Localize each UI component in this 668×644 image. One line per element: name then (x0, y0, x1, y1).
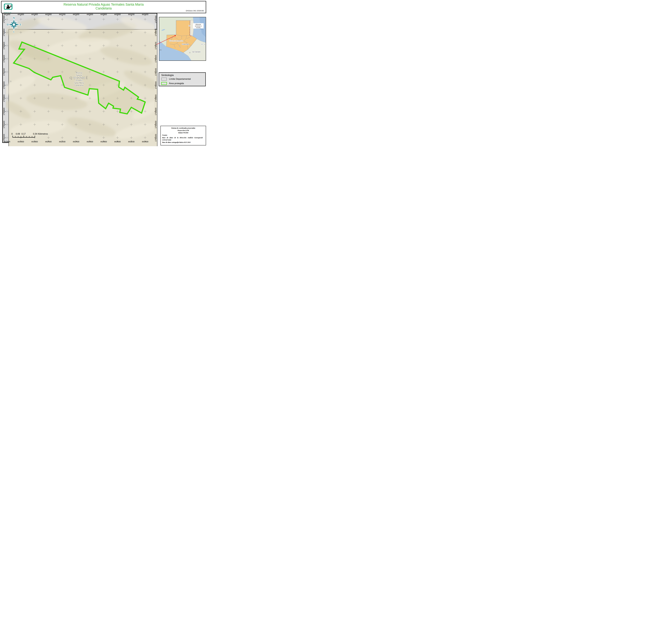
svg-text:Termales: Termales (75, 79, 82, 81)
legend-item-label: Límite Departamental (169, 78, 191, 80)
header-bar: CONAP Reserva Natural Privada Aguas Term… (1, 1, 206, 13)
x-axis-tick-top (117, 15, 118, 16)
departmental-boundary-swatch (161, 78, 167, 80)
y-axis-tick-left (5, 98, 6, 98)
san-salvador-dot (189, 52, 190, 53)
svg-text:Privada Aguas: Privada Aguas (73, 77, 85, 79)
y-axis-tick-right (155, 19, 155, 19)
x-axis-tick-top (7, 15, 7, 16)
y-axis-tick-left (5, 138, 6, 138)
map-title-line2: Candelaria (28, 6, 179, 10)
y-axis-tick-left (5, 32, 6, 33)
info-line: CONAP 2026 (162, 139, 204, 141)
y-axis-tick-left (5, 111, 6, 112)
y-axis-tick-right (155, 124, 155, 125)
y-axis-tick-right (155, 72, 155, 72)
building-symbol (10, 81, 11, 82)
svg-text:0.34: 0.34 (33, 133, 37, 135)
san-salvador-label: San Salvador (192, 51, 201, 52)
x-axis-tick-bottom (117, 141, 118, 142)
x-axis-tick-bottom (20, 141, 21, 142)
y-axis-tick-right (155, 32, 155, 33)
y-axis-tick-right (155, 138, 155, 138)
country-label: Guatemala (169, 40, 183, 42)
x-axis-tick-bottom (145, 141, 145, 142)
x-axis-tick-top (20, 15, 21, 16)
info-line: Base de datos cartografía básica IGN 201… (162, 141, 204, 143)
svg-text:0.17: 0.17 (21, 133, 26, 135)
map-title: Reserva Natural Privada Aguas Termales S… (28, 2, 179, 10)
info-line: Fuente: (162, 134, 204, 136)
y-axis-tick-right (155, 59, 155, 59)
x-axis-tick-top (131, 15, 132, 16)
belize-label-partial: B (189, 25, 190, 27)
guatemala-city-dot (179, 46, 180, 46)
svg-text:E: E (20, 23, 21, 26)
x-axis-tick-top (62, 15, 62, 16)
svg-text:N: N (13, 17, 15, 19)
margin-number: 721 (160, 49, 162, 51)
territorial-note-line: Diferendo (195, 23, 201, 25)
x-axis-tick-top (145, 15, 145, 16)
x-axis-tick-bottom (104, 141, 104, 142)
inset-map-svg: GuatemalaGuatemalaSan SalvadorH oHondB72… (159, 17, 206, 61)
legend-item-label: Área protegida (169, 82, 184, 85)
y-axis-tick-right (155, 111, 155, 112)
main-map: QUICHÉReservaNaturalPrivada AguasTermale… (6, 16, 154, 140)
monkey-icon (5, 4, 12, 9)
y-axis-tick-left (5, 124, 6, 125)
capital-label: Guatemala (182, 43, 189, 45)
svg-text:O: O (7, 23, 9, 26)
legend-box: Simbología Límite Departamental Área pro… (159, 73, 206, 86)
projection-info-box: Sistema de coordenadas proyectadas Proye… (161, 126, 206, 145)
info-line: Proyección GTM (162, 129, 204, 131)
x-axis-tick-bottom (34, 141, 35, 142)
svg-text:0.09: 0.09 (16, 133, 20, 135)
y-axis-tick-left (5, 19, 6, 19)
svg-text:s: s (13, 31, 14, 33)
map-title-line1: Reserva Natural Privada Aguas Termales S… (28, 2, 179, 6)
y-axis-tick-left (5, 85, 6, 85)
y-axis-tick-left (5, 72, 6, 72)
map-document-page: CONAP Reserva Natural Privada Aguas Term… (0, 0, 207, 146)
svg-text:0: 0 (11, 133, 13, 135)
y-axis-tick-left (5, 59, 6, 59)
territorial-note-line: resuelto (196, 27, 200, 28)
info-line: Datum WGS84 (162, 132, 204, 134)
svg-text:Kilómetros: Kilómetros (38, 133, 48, 135)
document-id: DAGeos-341-2026-BS (186, 10, 204, 12)
x-axis-tick-top (90, 15, 90, 16)
svg-text:Reserva: Reserva (76, 72, 82, 74)
conap-logo: CONAP (4, 4, 12, 10)
y-axis-tick-right (155, 85, 155, 85)
info-line: Base de datos de la Dirección Análisis G… (162, 137, 204, 139)
svg-text:Santa María: Santa María (74, 82, 84, 84)
location-inset-map: GuatemalaGuatemalaSan SalvadorH oHondB72… (159, 17, 206, 61)
x-axis-tick-bottom (131, 141, 132, 142)
y-axis-tick-right (155, 98, 155, 98)
legend-title: Simbología (161, 74, 174, 77)
info-line: Sistema de coordenadas proyectadas (162, 127, 204, 129)
protected-area-swatch (161, 82, 167, 85)
x-axis-tick-bottom (90, 141, 90, 142)
honduras-label-partial: H o (201, 43, 206, 45)
x-axis-tick-top (104, 15, 104, 16)
territorial-note-line: territorial no (195, 25, 202, 27)
x-axis-tick-top (34, 15, 35, 16)
x-axis-tick-bottom (7, 141, 7, 142)
svg-text:Natural: Natural (76, 74, 82, 76)
svg-text:Candelaria: Candelaria (75, 84, 84, 86)
x-axis-tick-bottom (62, 141, 62, 142)
